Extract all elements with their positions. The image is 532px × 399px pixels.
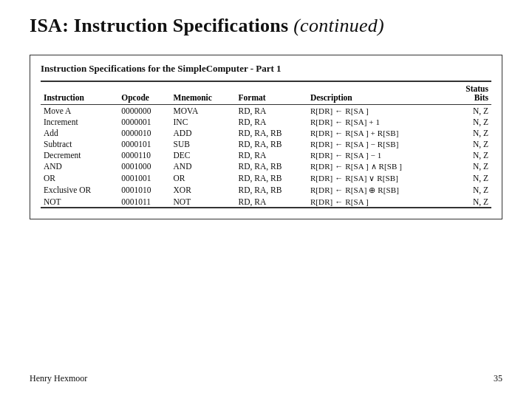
cell-instruction: Move A bbox=[41, 105, 118, 117]
section-box: Instruction Specifications for the Simpl… bbox=[30, 55, 502, 219]
cell-format: RD, RA bbox=[236, 105, 307, 117]
cell-format: RD, RA, RB bbox=[236, 138, 307, 149]
cell-description: R[DR] ← R[SA ] ∧ R[SB ] bbox=[307, 160, 450, 172]
cell-status: N, Z bbox=[450, 172, 491, 184]
cell-instruction: AND bbox=[41, 160, 118, 172]
cell-status: N, Z bbox=[450, 184, 491, 196]
cell-format: RD, RA bbox=[236, 116, 307, 127]
cell-mnemonic: NOT bbox=[171, 196, 236, 208]
cell-instruction: Increment bbox=[41, 116, 118, 127]
col-header-format: Format bbox=[236, 81, 307, 105]
cell-status: N, Z bbox=[450, 138, 491, 149]
cell-instruction: Subtract bbox=[41, 138, 118, 149]
table-body: Move A0000000MOVARD, RAR[DR] ← R[SA ]N, … bbox=[41, 105, 491, 208]
cell-status: N, Z bbox=[450, 160, 491, 172]
table-row: OR0001001ORRD, RA, RBR[DR] ← R[SA] ∨ R[S… bbox=[41, 172, 491, 184]
table-row: AND0001000ANDRD, RA, RBR[DR] ← R[SA ] ∧ … bbox=[41, 160, 491, 172]
cell-instruction: Add bbox=[41, 127, 118, 138]
table-header-row: Instruction Opcode Mnemonic Format Descr… bbox=[41, 81, 491, 105]
cell-format: RD, RA bbox=[236, 149, 307, 160]
cell-description: R[DR] ← R[SA ] bbox=[307, 196, 450, 208]
cell-format: RD, RA, RB bbox=[236, 160, 307, 172]
page: ISA: Instruction Specifications (continu… bbox=[0, 0, 532, 399]
footer-author: Henry Hexmoor bbox=[30, 373, 87, 384]
cell-mnemonic: SUB bbox=[171, 138, 236, 149]
section-title: Instruction Specifications for the Simpl… bbox=[41, 63, 491, 75]
cell-description: R[DR] ← R[SA ] − 1 bbox=[307, 149, 450, 160]
cell-opcode: 0001010 bbox=[118, 184, 170, 196]
title-text: ISA: Instruction Specifications bbox=[30, 15, 288, 36]
instruction-table: Instruction Opcode Mnemonic Format Descr… bbox=[41, 81, 491, 208]
table-row: Decrement0000110DECRD, RAR[DR] ← R[SA ] … bbox=[41, 149, 491, 160]
cell-mnemonic: OR bbox=[171, 172, 236, 184]
cell-format: RD, RA, RB bbox=[236, 127, 307, 138]
page-title: ISA: Instruction Specifications (continu… bbox=[30, 15, 502, 37]
cell-opcode: 0000101 bbox=[118, 138, 170, 149]
table-row: Subtract0000101SUBRD, RA, RBR[DR] ← R[SA… bbox=[41, 138, 491, 149]
cell-opcode: 0001011 bbox=[118, 196, 170, 208]
cell-status: N, Z bbox=[450, 105, 491, 117]
col-header-opcode: Opcode bbox=[118, 81, 170, 105]
col-header-mnemonic: Mnemonic bbox=[171, 81, 236, 105]
col-header-instruction: Instruction bbox=[41, 81, 118, 105]
cell-mnemonic: DEC bbox=[171, 149, 236, 160]
cell-mnemonic: XOR bbox=[171, 184, 236, 196]
cell-opcode: 0001000 bbox=[118, 160, 170, 172]
cell-mnemonic: ADD bbox=[171, 127, 236, 138]
cell-opcode: 0001001 bbox=[118, 172, 170, 184]
cell-status: N, Z bbox=[450, 127, 491, 138]
col-header-status: Status Bits bbox=[450, 81, 491, 105]
cell-description: R[DR] ← R[SA ] − R[SB] bbox=[307, 138, 450, 149]
cell-description: R[DR] ← R[SA ] bbox=[307, 105, 450, 117]
cell-opcode: 0000010 bbox=[118, 127, 170, 138]
cell-description: R[DR] ← R[SA] ⊕ R[SB] bbox=[307, 184, 450, 196]
cell-mnemonic: AND bbox=[171, 160, 236, 172]
cell-description: R[DR] ← R[SA ] + R[SB] bbox=[307, 127, 450, 138]
cell-format: RD, RA, RB bbox=[236, 184, 307, 196]
table-row: Move A0000000MOVARD, RAR[DR] ← R[SA ]N, … bbox=[41, 105, 491, 117]
cell-format: RD, RA, RB bbox=[236, 172, 307, 184]
table-row: Exclusive OR0001010XORRD, RA, RBR[DR] ← … bbox=[41, 184, 491, 196]
cell-instruction: OR bbox=[41, 172, 118, 184]
cell-mnemonic: MOVA bbox=[171, 105, 236, 117]
table-row: Add0000010ADDRD, RA, RBR[DR] ← R[SA ] + … bbox=[41, 127, 491, 138]
cell-instruction: NOT bbox=[41, 196, 118, 208]
footer-page-number: 35 bbox=[494, 373, 502, 384]
cell-description: R[DR] ← R[SA] ∨ R[SB] bbox=[307, 172, 450, 184]
cell-format: RD, RA bbox=[236, 196, 307, 208]
title-continued: (continued) bbox=[293, 15, 384, 36]
cell-status: N, Z bbox=[450, 116, 491, 127]
cell-instruction: Exclusive OR bbox=[41, 184, 118, 196]
cell-status: N, Z bbox=[450, 196, 491, 208]
cell-mnemonic: INC bbox=[171, 116, 236, 127]
table-row: Increment0000001INCRD, RAR[DR] ← R[SA] +… bbox=[41, 116, 491, 127]
col-header-description: Description bbox=[307, 81, 450, 105]
cell-instruction: Decrement bbox=[41, 149, 118, 160]
cell-status: N, Z bbox=[450, 149, 491, 160]
cell-opcode: 0000001 bbox=[118, 116, 170, 127]
cell-opcode: 0000000 bbox=[118, 105, 170, 117]
footer: Henry Hexmoor 35 bbox=[0, 373, 532, 384]
cell-opcode: 0000110 bbox=[118, 149, 170, 160]
table-row: NOT0001011NOTRD, RAR[DR] ← R[SA ]N, Z bbox=[41, 196, 491, 208]
cell-description: R[DR] ← R[SA] + 1 bbox=[307, 116, 450, 127]
